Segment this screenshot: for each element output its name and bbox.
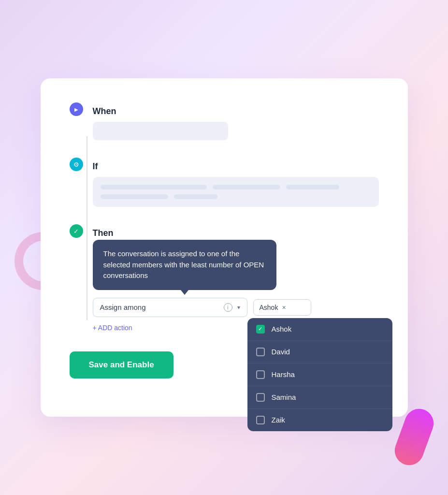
- assign-row: Assign among i ▾ Ashok ×: [93, 298, 379, 317]
- assign-dropdown-list: ✓ Ashok David Harsha Samina: [247, 318, 392, 431]
- dropdown-item-samina[interactable]: Samina: [247, 386, 392, 409]
- then-content: Then The conversation is assigned to one…: [93, 224, 379, 332]
- dropdown-item-label-zaik: Zaik: [272, 416, 285, 424]
- main-card: ▶ When ⚙ If: [41, 78, 408, 417]
- save-enable-button[interactable]: Save and Enable: [70, 351, 173, 379]
- when-section: ▶ When: [70, 102, 379, 140]
- play-icon: ▶: [74, 107, 78, 112]
- then-icon: ✓: [70, 224, 83, 238]
- check-icon: ✓: [73, 228, 79, 235]
- if-row-1: [101, 185, 371, 189]
- if-bar-2: [213, 185, 280, 189]
- dropdown-item-zaik[interactable]: Zaik: [247, 409, 392, 431]
- when-placeholder-bar: [93, 122, 228, 140]
- if-box: [93, 177, 379, 207]
- selected-tag-container: Ashok ×: [253, 299, 311, 316]
- checkbox-ashok: ✓: [256, 325, 265, 334]
- then-section: ✓ Then The conversation is assigned to o…: [70, 224, 379, 332]
- dropdown-item-label-harsha: Harsha: [272, 370, 295, 379]
- info-icon: i: [224, 303, 232, 312]
- checkbox-harsha: [256, 370, 265, 379]
- assign-area: Assign among i ▾ Ashok ×: [93, 298, 379, 317]
- if-section: ⚙ If: [70, 158, 379, 207]
- checkbox-zaik: [256, 416, 265, 424]
- tooltip-box: The conversation is assigned to one of t…: [93, 240, 276, 290]
- if-bar-5: [174, 194, 217, 199]
- if-bar-4: [101, 194, 168, 199]
- if-bar-1: [101, 185, 207, 189]
- when-content: When: [93, 102, 379, 140]
- checkmark-icon: ✓: [258, 326, 262, 332]
- if-icon: ⚙: [70, 158, 83, 171]
- gear-icon: ⚙: [73, 161, 79, 168]
- dropdown-item-harsha[interactable]: Harsha: [247, 364, 392, 386]
- dropdown-item-ashok[interactable]: ✓ Ashok: [247, 318, 392, 341]
- if-bar-3: [286, 185, 339, 189]
- selected-tag-label: Ashok: [260, 304, 278, 311]
- assign-dropdown[interactable]: Assign among i ▾: [93, 298, 247, 317]
- assign-dropdown-label: Assign among: [100, 303, 221, 311]
- if-label: If: [93, 160, 371, 173]
- add-action-button[interactable]: + ADD action: [93, 324, 132, 332]
- checkbox-david: [256, 348, 265, 356]
- dropdown-item-label-david: David: [272, 348, 290, 356]
- when-icon: ▶: [70, 102, 83, 116]
- dropdown-item-david[interactable]: David: [247, 341, 392, 364]
- checkbox-samina: [256, 393, 265, 402]
- tag-close-button[interactable]: ×: [282, 304, 286, 311]
- if-content: If: [93, 158, 379, 207]
- tooltip-text: The conversation is assigned to one of t…: [103, 249, 264, 279]
- then-label: Then: [93, 226, 371, 240]
- dropdown-item-label-samina: Samina: [272, 393, 296, 401]
- if-row-2: [101, 194, 371, 199]
- chevron-down-icon: ▾: [237, 304, 240, 311]
- dropdown-item-label-ashok: Ashok: [272, 325, 292, 333]
- when-label: When: [93, 104, 371, 118]
